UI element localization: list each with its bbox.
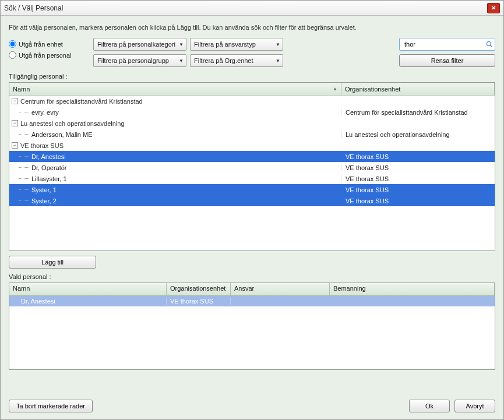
tree-leaf-row[interactable]: Lillasyster, 1VE thorax SUS [9, 173, 495, 184]
tree-indent [12, 178, 31, 179]
tree-cell-org: Centrum för specialisttandvård Kristians… [341, 109, 495, 116]
tree-indent [12, 112, 31, 112]
sel-header-staffing-label: Bemanning [333, 285, 366, 292]
sel-header-staffing[interactable]: Bemanning [330, 283, 495, 295]
tree-header-org[interactable]: Organisationsenhet [341, 83, 495, 95]
description-text: För att välja personalen, markera person… [1, 16, 503, 34]
tree-leaf-row[interactable]: Dr, AnestesiVE thorax SUS [9, 151, 495, 162]
tree-group-row[interactable]: −Lu anestesi och operationsavdelning [9, 118, 495, 129]
tree-group-row[interactable]: −VE thorax SUS [9, 140, 495, 151]
tree-leaf-row[interactable]: Syster, 1VE thorax SUS [9, 184, 495, 195]
tree-cell-org: VE thorax SUS [341, 153, 495, 160]
tree-cell-name: −VE thorax SUS [9, 142, 341, 149]
add-button-label: Lägg till [41, 259, 64, 266]
ok-button[interactable]: Ok [409, 400, 450, 412]
filter-responsibility-combo[interactable]: Filtrera på ansvarstyp ▼ [190, 38, 283, 51]
tree-cell-name: Syster, 1 [9, 186, 341, 193]
tree-cell-org: VE thorax SUS [341, 164, 495, 171]
sel-body[interactable]: Dr, AnestesiVE thorax SUS [9, 296, 495, 306]
tree-indent [12, 200, 31, 201]
close-icon: ✕ [491, 5, 496, 11]
sel-header-resp-label: Ansvar [234, 285, 254, 292]
sel-header-org-label: Organisationsenhet [170, 285, 225, 292]
filter-responsibility-label: Filtrera på ansvarstyp [194, 41, 273, 48]
svg-point-0 [487, 42, 491, 46]
search-input[interactable] [403, 40, 486, 48]
radio-from-person[interactable]: Utgå från personal [9, 51, 87, 59]
radio-from-unit-label: Utgå från enhet [19, 41, 63, 48]
filter-orgunit-label: Filtrera på Org.enhet [194, 57, 273, 64]
tree-cell-name: Dr, Anestesi [9, 153, 341, 160]
tree-body[interactable]: −Centrum för specialisttandvård Kristian… [9, 96, 495, 250]
tree-cell-name: −Lu anestesi och operationsavdelning [9, 120, 341, 127]
tree-group-label: Lu anestesi och operationsavdelning [20, 120, 125, 127]
tree-cell-name: Dr, Operatör [9, 164, 341, 171]
search-box[interactable] [399, 38, 495, 51]
collapse-icon[interactable]: − [12, 120, 18, 126]
close-button[interactable]: ✕ [487, 3, 500, 13]
tree-header: Namn ▲ Organisationsenhet [9, 83, 495, 96]
add-button[interactable]: Lägg till [9, 256, 96, 269]
selected-table: Namn Organisationsenhet Ansvar Bemanning… [9, 283, 495, 370]
tree-cell-org: VE thorax SUS [341, 175, 495, 182]
cancel-button[interactable]: Avbryt [454, 400, 495, 412]
tree-indent [12, 167, 31, 168]
sel-header-org[interactable]: Organisationsenhet [167, 283, 231, 295]
remove-selected-button[interactable]: Ta bort markerade rader [9, 400, 93, 412]
selected-cell: Dr, Anestesi [9, 298, 167, 305]
right-filter-column: Rensa filter [399, 38, 495, 67]
clear-filter-label: Rensa filter [431, 57, 464, 64]
filter-combos: Filtrera på personalkategori ▼ Filtrera … [93, 38, 283, 67]
available-tree: Namn ▲ Organisationsenhet −Centrum för s… [9, 82, 495, 251]
source-radio-group: Utgå från enhet Utgå från personal [9, 38, 87, 59]
tree-leaf-row[interactable]: Andersson, Malin MELu anestesi och opera… [9, 129, 495, 140]
radio-from-person-input[interactable] [9, 51, 16, 59]
selected-cell: VE thorax SUS [167, 298, 231, 305]
sel-header: Namn Organisationsenhet Ansvar Bemanning [9, 283, 495, 296]
tree-group-label: Centrum för specialisttandvård Kristians… [20, 98, 143, 105]
radio-from-person-label: Utgå från personal [19, 52, 72, 59]
tree-leaf-row[interactable]: evry, evryCentrum för specialisttandvård… [9, 107, 495, 118]
collapse-icon[interactable]: − [12, 98, 18, 104]
tree-group-row[interactable]: −Centrum för specialisttandvård Kristian… [9, 96, 495, 107]
filter-group-combo[interactable]: Filtrera på personalgrupp ▼ [93, 54, 186, 67]
dialog-buttons: Ok Avbryt [409, 400, 495, 412]
clear-filter-button[interactable]: Rensa filter [399, 54, 495, 67]
radio-from-unit-input[interactable] [9, 40, 16, 48]
collapse-icon[interactable]: − [12, 142, 18, 149]
tree-cell-org: VE thorax SUS [341, 197, 495, 204]
radio-from-unit[interactable]: Utgå från enhet [9, 40, 87, 48]
tree-cell-org: Lu anestesi och operationsavdelning [341, 131, 495, 138]
chevron-down-icon: ▼ [177, 58, 184, 63]
selected-row[interactable]: Dr, AnestesiVE thorax SUS [9, 296, 495, 306]
tree-cell-org: VE thorax SUS [341, 186, 495, 193]
filter-category-combo[interactable]: Filtrera på personalkategori ▼ [93, 38, 186, 51]
tree-leaf-label: evry, evry [31, 109, 59, 116]
tree-header-name-label: Namn [13, 86, 30, 93]
sel-header-name[interactable]: Namn [9, 283, 167, 295]
tree-leaf-row[interactable]: Syster, 2VE thorax SUS [9, 195, 495, 206]
tree-leaf-label: Syster, 1 [31, 186, 57, 193]
sel-header-resp[interactable]: Ansvar [231, 283, 330, 295]
tree-indent [12, 189, 31, 190]
tree-header-name[interactable]: Namn ▲ [9, 83, 341, 95]
tree-leaf-label: Andersson, Malin ME [31, 131, 93, 138]
tree-cell-name: Andersson, Malin ME [9, 131, 341, 138]
tree-leaf-label: Dr, Operatör [31, 164, 67, 171]
tree-leaf-label: Lillasyster, 1 [31, 175, 67, 182]
tree-cell-name: evry, evry [9, 109, 341, 116]
tree-group-label: VE thorax SUS [20, 142, 64, 149]
mid-controls: Lägg till [1, 255, 503, 272]
tree-leaf-label: Syster, 2 [31, 197, 57, 204]
tree-leaf-label: Dr, Anestesi [31, 153, 66, 160]
svg-line-1 [491, 45, 492, 47]
chevron-down-icon: ▼ [273, 58, 280, 63]
tree-cell-name: −Centrum för specialisttandvård Kristian… [9, 98, 341, 105]
titlebar: Sök / Välj Personal ✕ [1, 1, 503, 16]
dialog-window: Sök / Välj Personal ✕ För att välja pers… [0, 0, 504, 420]
filter-category-label: Filtrera på personalkategori [97, 41, 177, 48]
filter-group-label: Filtrera på personalgrupp [97, 57, 177, 64]
tree-leaf-row[interactable]: Dr, OperatörVE thorax SUS [9, 162, 495, 173]
sort-asc-icon: ▲ [333, 86, 337, 91]
filter-orgunit-combo[interactable]: Filtrera på Org.enhet ▼ [190, 54, 283, 67]
